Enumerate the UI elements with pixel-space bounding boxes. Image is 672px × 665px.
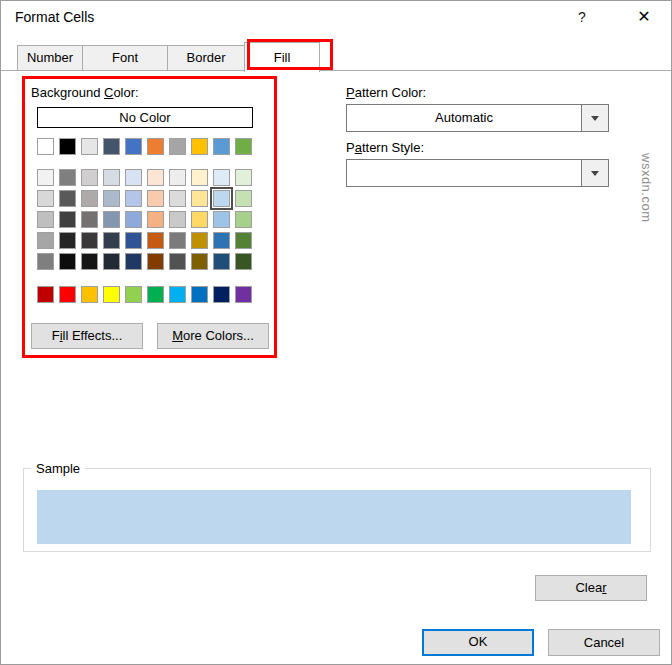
dialog-title: Format Cells [15,9,94,25]
color-swatch[interactable] [169,138,186,155]
ok-button[interactable]: OK [422,629,534,656]
color-swatch[interactable] [235,253,252,270]
color-swatch[interactable] [81,232,98,249]
pattern-style-label: Pattern Style: [346,140,424,155]
color-swatch[interactable] [191,286,208,303]
color-swatch[interactable] [37,232,54,249]
more-colors-button[interactable]: More Colors... [157,323,269,349]
color-swatch[interactable] [59,138,76,155]
no-color-button[interactable]: No Color [37,107,253,128]
color-swatch[interactable] [125,253,142,270]
watermark: wsxdn.com [639,153,654,223]
tab-font[interactable]: Font [82,45,168,71]
color-swatch[interactable] [37,190,54,207]
color-swatch[interactable] [37,138,54,155]
color-swatch[interactable] [169,232,186,249]
tab-border[interactable]: Border [167,45,245,71]
clear-button[interactable]: Clear [535,575,647,601]
sample-label: Sample [31,461,85,476]
color-swatch-row [37,190,252,207]
color-swatch[interactable] [103,138,120,155]
color-swatch[interactable] [213,232,230,249]
color-swatch[interactable] [213,169,230,186]
pattern-color-dropdown-button[interactable] [581,105,608,131]
color-swatch[interactable] [169,253,186,270]
color-swatch[interactable] [37,211,54,228]
color-swatch[interactable] [125,190,142,207]
pattern-color-value: Automatic [347,105,581,131]
color-swatch[interactable] [235,190,252,207]
chevron-down-icon [591,171,599,176]
color-swatch[interactable] [59,211,76,228]
color-swatch[interactable] [235,169,252,186]
color-swatch-row [37,232,252,249]
color-swatch[interactable] [235,286,252,303]
help-icon[interactable]: ? [571,7,593,27]
color-swatch[interactable] [37,169,54,186]
close-icon[interactable]: ✕ [629,5,659,29]
color-swatch[interactable] [191,253,208,270]
color-swatch[interactable] [169,169,186,186]
tab-number[interactable]: Number [17,45,83,71]
color-swatch[interactable] [59,253,76,270]
color-swatch[interactable] [59,190,76,207]
color-swatch[interactable] [59,169,76,186]
color-swatch[interactable] [191,232,208,249]
color-swatch[interactable] [191,138,208,155]
color-swatch[interactable] [125,211,142,228]
color-swatch[interactable] [147,253,164,270]
color-swatch-row [37,138,252,155]
color-swatch[interactable] [125,138,142,155]
color-swatch[interactable] [81,169,98,186]
pattern-color-label: Pattern Color: [346,85,426,100]
color-swatch[interactable] [103,286,120,303]
color-swatch[interactable] [103,169,120,186]
color-swatch[interactable] [191,211,208,228]
color-swatch[interactable] [235,138,252,155]
color-swatch[interactable] [235,232,252,249]
color-swatch-row [37,253,252,270]
tab-strip: Number Font Border Fill [17,45,319,72]
color-swatch[interactable] [147,211,164,228]
color-swatch[interactable] [37,286,54,303]
color-swatch[interactable] [103,232,120,249]
color-swatch[interactable] [81,253,98,270]
color-swatch[interactable] [147,190,164,207]
color-swatch[interactable] [213,253,230,270]
color-swatch[interactable] [147,169,164,186]
color-swatch[interactable] [81,286,98,303]
color-swatch[interactable] [235,211,252,228]
cancel-button[interactable]: Cancel [548,629,660,656]
color-swatch-row [37,169,252,186]
color-swatch[interactable] [169,190,186,207]
color-swatch[interactable] [125,286,142,303]
pattern-color-dropdown[interactable]: Automatic [346,104,609,132]
color-swatch[interactable] [59,232,76,249]
tab-fill[interactable]: Fill [244,42,320,72]
color-swatch[interactable] [125,169,142,186]
color-swatch[interactable] [147,232,164,249]
color-swatch[interactable] [213,211,230,228]
color-swatch[interactable] [213,286,230,303]
color-swatch[interactable] [125,232,142,249]
color-swatch[interactable] [81,190,98,207]
pattern-style-dropdown[interactable] [346,159,609,187]
color-swatch[interactable] [103,253,120,270]
color-swatch[interactable] [59,286,76,303]
color-swatch[interactable] [81,138,98,155]
color-swatch[interactable] [169,211,186,228]
fill-effects-button[interactable]: Fill Effects... [31,323,143,349]
color-swatch[interactable] [191,169,208,186]
color-swatch[interactable] [213,190,230,207]
color-swatch[interactable] [103,211,120,228]
color-swatch[interactable] [147,286,164,303]
color-swatch[interactable] [191,190,208,207]
pattern-style-dropdown-button[interactable] [581,160,608,186]
color-swatch[interactable] [81,211,98,228]
standard-color-palette [37,286,252,307]
color-swatch[interactable] [37,253,54,270]
color-swatch[interactable] [169,286,186,303]
color-swatch[interactable] [147,138,164,155]
color-swatch[interactable] [213,138,230,155]
color-swatch[interactable] [103,190,120,207]
